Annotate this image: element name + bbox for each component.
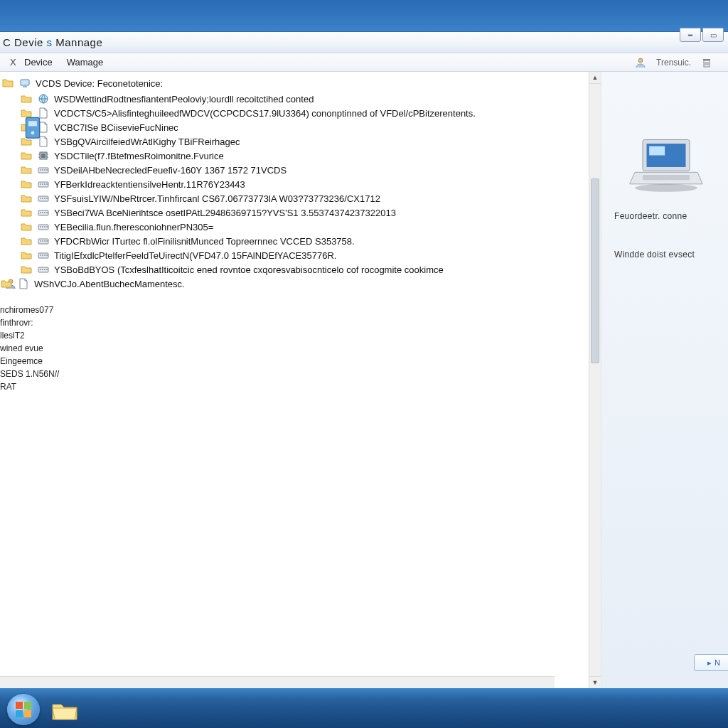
svg-point-52 bbox=[42, 269, 43, 270]
kbd-icon bbox=[37, 206, 50, 219]
side-line: SEDS 1.N56N// bbox=[0, 368, 601, 380]
tree-item-label: YFBerkIdreacktentiensilveHentr.11R76Y234… bbox=[54, 179, 245, 190]
tree-root-label: VCDS Device: Feconetotenice: bbox=[36, 78, 163, 89]
kbd-icon bbox=[37, 192, 50, 205]
tree-item[interactable]: YSBeci7WA BceNierihtsce osetIPAtL2948636… bbox=[0, 205, 601, 220]
user-icon bbox=[635, 57, 646, 68]
svg-point-49 bbox=[46, 255, 48, 256]
tree-item-label: YSDCTile(f7.fBtefmesRoimonitne.Fvurice bbox=[54, 151, 224, 161]
tree-item-label: YSBeci7WA BceNierihtsce osetIPAtL2948636… bbox=[54, 208, 396, 218]
svg-point-38 bbox=[44, 226, 46, 228]
svg-point-26 bbox=[40, 198, 41, 199]
taskbar-explorer[interactable] bbox=[47, 697, 82, 725]
side-line: Eingeemce bbox=[0, 355, 601, 368]
svg-point-48 bbox=[44, 255, 46, 256]
tree-item-label: YSBoBdBYOS (TcxfeslhatIticoitcic ened ro… bbox=[54, 264, 444, 275]
svg-rect-10 bbox=[41, 154, 46, 158]
side-line: finthrovr: bbox=[0, 316, 601, 329]
tree-item[interactable]: VCDCTS/C5>AlisfinteghuileedfWDCV(CCPCDCS… bbox=[0, 106, 601, 120]
tree-item[interactable]: TitigIEfxdlcPtelferFeeldTeUirectN(VFD47.… bbox=[0, 248, 601, 262]
tree-item[interactable]: YSBgQVAircilfeiedWrAtlKighy TBiFReirhage… bbox=[0, 134, 601, 149]
kbd-icon bbox=[37, 220, 50, 233]
tree-item-label: YEBecilia.flun.fheresconiohnerPN305= bbox=[54, 222, 213, 232]
tree-item[interactable]: YSFsuisLYIW/NbeRtrcer.Tinhfircanl CS67.0… bbox=[0, 191, 601, 205]
tree-item[interactable]: YSBoBdBYOS (TcxfeslhatIticoitcic ened ro… bbox=[0, 262, 601, 277]
tree-root[interactable]: VCDS Device: Feconetotenice: bbox=[0, 76, 601, 90]
svg-rect-67 bbox=[24, 710, 31, 717]
menu-device[interactable]: Device bbox=[17, 55, 60, 70]
tree-item-label: VCBC7lSe BCiisevieFucNinec bbox=[54, 122, 178, 133]
chip-icon bbox=[37, 149, 50, 162]
svg-point-28 bbox=[44, 198, 46, 199]
svg-point-32 bbox=[42, 212, 43, 213]
kbd-icon bbox=[37, 164, 50, 176]
tree-item[interactable]: YFDCRbWicr ITurtec fl.olFinilisnitMunced… bbox=[0, 234, 601, 248]
menu-bar: X Device Wamage Trensuic. bbox=[0, 53, 728, 72]
menu-close-x[interactable]: X bbox=[3, 55, 17, 70]
tree-item[interactable]: WSDWettindRodtnesfiantentPeoloviy;lourdl… bbox=[0, 92, 601, 106]
side-line: wined evue bbox=[0, 342, 601, 355]
tree-item-label: YSFsuisLYIW/NbeRtrcer.Tinhfircanl CS67.0… bbox=[54, 193, 380, 204]
folder-icon bbox=[20, 149, 33, 162]
svg-rect-66 bbox=[16, 710, 23, 717]
svg-rect-2 bbox=[703, 59, 710, 60]
svg-rect-56 bbox=[26, 117, 39, 138]
device-manager-window: C Devie s Mannage ━ ▭ X Device Wamage Tr… bbox=[0, 31, 728, 688]
menu-wamage[interactable]: Wamage bbox=[60, 55, 111, 70]
tree-item-label: YSDeilAHbeNecrecledFeuefiv-160Y 1367 157… bbox=[54, 165, 287, 176]
svg-rect-6 bbox=[21, 80, 29, 85]
tree-item[interactable]: YSDCTile(f7.fBtefmesRoimonitne.Fvurice bbox=[0, 149, 601, 163]
svg-rect-62 bbox=[643, 175, 690, 180]
side-line: RAT bbox=[0, 380, 601, 393]
tree-item-label: WSDWettindRodtnesfiantentPeoloviy;lourdl… bbox=[54, 94, 314, 105]
minimize-button[interactable]: ━ bbox=[680, 28, 701, 42]
folder-icon bbox=[1, 77, 14, 90]
tree-item[interactable]: WShVCJo.AbentBuchecMamentesc. bbox=[0, 277, 601, 291]
folder-icon bbox=[20, 92, 33, 105]
svg-rect-7 bbox=[23, 86, 27, 87]
side-text-block: nchiromes077finthrovr:lleslT2wined evueE… bbox=[0, 304, 601, 393]
tree-item-label: VCDCTS/C5>AlisfinteghuileedfWDCV(CCPCDCS… bbox=[54, 108, 476, 119]
vertical-scrollbar[interactable]: ▲ ▼ bbox=[589, 72, 601, 688]
folder-icon bbox=[20, 220, 33, 233]
svg-point-41 bbox=[40, 240, 41, 242]
horizontal-scrollbar[interactable] bbox=[0, 676, 555, 688]
svg-point-17 bbox=[42, 169, 43, 171]
tree-item-label: WShVCJo.AbentBuchecMamentesc. bbox=[34, 279, 185, 289]
svg-point-37 bbox=[42, 226, 43, 228]
menu-right-label: Trensuic. bbox=[656, 58, 691, 68]
svg-point-21 bbox=[40, 183, 41, 185]
scrollbar-thumb[interactable] bbox=[591, 178, 599, 363]
laptop-icon bbox=[627, 136, 705, 193]
tree-item-label: YFDCRbWicr ITurtec fl.olFinilisnitMunced… bbox=[54, 236, 355, 247]
device-tree-pane: VCDS Device: Feconetotenice: WSDWettindR… bbox=[0, 72, 601, 688]
svg-point-54 bbox=[46, 269, 48, 270]
tree-item[interactable]: YEBecilia.flun.fheresconiohnerPN305= bbox=[0, 220, 601, 234]
svg-point-18 bbox=[44, 169, 46, 171]
maximize-button[interactable]: ▭ bbox=[702, 28, 724, 42]
folder-icon bbox=[20, 249, 33, 262]
ghost-button[interactable]: ▸N bbox=[694, 654, 728, 671]
svg-point-47 bbox=[42, 255, 43, 256]
trash-icon[interactable] bbox=[701, 57, 712, 68]
page-icon bbox=[17, 277, 30, 290]
svg-point-43 bbox=[44, 240, 46, 242]
tree-item[interactable]: VCBC7lSe BCiisevieFucNinec bbox=[0, 120, 601, 134]
svg-point-16 bbox=[40, 169, 41, 171]
svg-point-0 bbox=[638, 58, 643, 63]
tree-item[interactable]: YSDeilAHbeNecrecledFeuefiv-160Y 1367 157… bbox=[0, 163, 601, 177]
kbd-icon bbox=[37, 235, 50, 247]
svg-rect-61 bbox=[649, 146, 665, 156]
start-button[interactable] bbox=[7, 694, 40, 725]
right-line-1: Feuordeetr. conne bbox=[614, 211, 722, 221]
svg-point-44 bbox=[46, 240, 48, 242]
svg-point-46 bbox=[40, 255, 41, 256]
title-bar: C Devie s Mannage ━ ▭ bbox=[0, 32, 728, 53]
computer-icon bbox=[18, 77, 31, 90]
device-category-icon bbox=[24, 116, 41, 147]
side-line: nchiromes077 bbox=[0, 304, 601, 316]
svg-point-29 bbox=[46, 198, 48, 199]
svg-point-36 bbox=[40, 226, 41, 228]
right-panel: Feuordeetr. conne Windde doist evsect ▸N bbox=[601, 72, 728, 688]
tree-item[interactable]: YFBerkIdreacktentiensilveHentr.11R76Y234… bbox=[0, 177, 601, 191]
